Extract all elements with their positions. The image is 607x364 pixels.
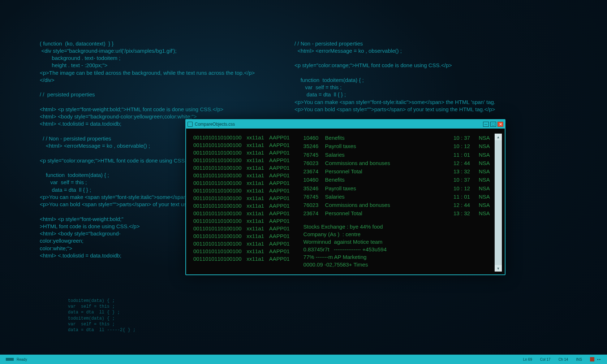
hex-row: 0011010110100100xx11a1AAPP01 [193, 172, 290, 179]
window-titlebar[interactable]: CompareObjects.css ─ □ ✕ [186, 120, 505, 129]
status-indicator-icon [6, 358, 14, 361]
table-row: 76023Commissions and bonuses12 : 44NSA [304, 201, 495, 209]
table-row: 23674Personnel Total13 : 32NSA [304, 209, 495, 217]
status-col: Col 17 [540, 358, 551, 361]
table-row: 76745Salaries11 : 01NSA [304, 192, 495, 201]
hex-row: 0011010110100100xx11a1AAPP01 [193, 149, 290, 156]
table-row: 76745Salaries11 : 01NSA [304, 151, 495, 159]
minimize-button[interactable]: ─ [483, 122, 489, 127]
table-row: 35246Payroll taxes10 : 12NSA [304, 142, 495, 150]
status-warn-icon [590, 357, 594, 361]
hex-row: 0011010110100100xx11a1AAPP01 [193, 225, 290, 232]
hex-row: 0011010110100100xx11a1AAPP01 [193, 240, 290, 247]
table-row: 35246Payroll taxes10 : 12NSA [304, 184, 495, 192]
maximize-button[interactable]: □ [490, 122, 496, 127]
hex-row: 0011010110100100xx11a1AAPP01 [193, 141, 290, 149]
window-title: CompareObjects.css [195, 122, 235, 127]
table-row: 10460Benefits10 : 37NSA [304, 176, 495, 184]
hex-column: 0011010110100100xx11a1AAPP01001101011010… [193, 134, 290, 272]
window-body: 0011010110100100xx11a1AAPP01001101011010… [186, 129, 505, 274]
data-panel: 10460Benefits10 : 37NSA35246Payroll taxe… [290, 134, 495, 272]
hex-row: 0011010110100100xx11a1AAPP01 [193, 187, 290, 194]
hex-row: 0011010110100100xx11a1AAPP01 [193, 217, 290, 225]
close-button[interactable]: ✕ [498, 122, 503, 127]
scrollbar[interactable]: ▲ ▼ [495, 134, 502, 272]
scroll-track[interactable] [495, 140, 502, 265]
hex-row: 0011010110100100xx11a1AAPP01 [193, 202, 290, 209]
scroll-down-icon[interactable]: ▼ [495, 265, 502, 272]
hex-row: 0011010110100100xx11a1AAPP01 [193, 156, 290, 164]
status-ins: INS [576, 358, 582, 361]
hex-row: 0011010110100100xx11a1AAPP01 [193, 247, 290, 255]
scroll-up-icon[interactable]: ▲ [495, 134, 502, 140]
hex-row: 0011010110100100xx11a1AAPP01 [193, 255, 290, 263]
hex-row: 0011010110100100xx11a1AAPP01 [193, 134, 290, 141]
hex-row: 0011010110100100xx11a1AAPP01 [193, 232, 290, 240]
hex-row: 0011010110100100xx11a1AAPP01 [193, 194, 290, 202]
hex-row: 0011010110100100xx11a1AAPP01 [193, 179, 290, 187]
status-ch: Ch 14 [559, 358, 568, 361]
status-bar: Ready Ln 69 Col 17 Ch 14 INS •• [0, 355, 607, 364]
hex-row: 0011010110100100xx11a1AAPP01 [193, 164, 290, 172]
footer-text: Stocks Exchange : bye 44% food Company (… [304, 223, 495, 268]
table-row: 23674Personnel Total13 : 32NSA [304, 167, 495, 176]
status-dots-icon: •• [597, 358, 601, 361]
document-icon [188, 122, 193, 127]
table-row: 76023Commissions and bonuses12 : 44NSA [304, 159, 495, 167]
hex-row: 0011010110100100xx11a1AAPP01 [193, 209, 290, 217]
table-row: 10460Benefits10 : 37NSA [304, 134, 495, 142]
mono-block: todoitem(data) { ; var self = this ; dat… [68, 298, 293, 333]
editor-window: CompareObjects.css ─ □ ✕ 001101011010010… [185, 119, 505, 275]
status-line: Ln 69 [523, 358, 532, 361]
status-ready: Ready [17, 358, 27, 361]
